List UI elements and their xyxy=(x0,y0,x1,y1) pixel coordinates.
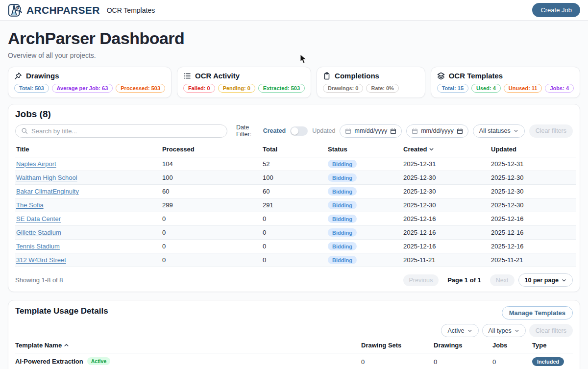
col-template-name[interactable]: Template Name xyxy=(15,342,361,349)
template-table-header: Template Name Drawing Sets Drawings Jobs… xyxy=(15,342,573,353)
card-drawings: Drawings Total: 503 Average per Job: 63 … xyxy=(8,67,172,98)
clear-filters-button[interactable]: Clear filters xyxy=(529,324,573,337)
top-header: P ARCHPARSER OCR Templates Create Job xyxy=(0,0,588,21)
cell-processed: 299 xyxy=(161,198,262,212)
table-row: SE Data Center 0 0 Bidding 2025-12-16 20… xyxy=(15,212,576,226)
cell-processed: 0 xyxy=(161,240,262,253)
card-title: OCR Activity xyxy=(195,72,240,80)
date-filter-created-option[interactable]: Created xyxy=(263,127,286,134)
cell-processed: 100 xyxy=(161,171,262,185)
brand-name: ARCHPARSER xyxy=(26,4,100,16)
next-page-button[interactable]: Next xyxy=(490,274,514,286)
date-to-placeholder: mm/dd/yyyy xyxy=(421,127,454,134)
job-link[interactable]: 312 W43rd Street xyxy=(16,256,66,264)
breadcrumb: OCR Templates xyxy=(107,6,155,14)
search-input[interactable] xyxy=(31,127,221,135)
col-drawings[interactable]: Drawings xyxy=(434,342,492,349)
badge-jobs: Jobs: 4 xyxy=(545,84,574,93)
previous-page-button[interactable]: Previous xyxy=(403,274,439,286)
search-icon xyxy=(21,127,28,134)
badge-drawings: Drawings: 0 xyxy=(323,84,363,93)
cell-created: 2025-11-21 xyxy=(402,253,490,267)
cell-created: 2025-12-30 xyxy=(402,198,490,212)
cell-jobs: 0 xyxy=(492,357,532,366)
badge-failed: Failed: 0 xyxy=(183,84,215,93)
brand[interactable]: P ARCHPARSER xyxy=(8,3,100,18)
template-usage-title: Template Usage Details xyxy=(15,306,108,316)
type-filter-label: All types xyxy=(489,327,512,334)
list-icon xyxy=(183,72,191,80)
date-to-input[interactable]: mm/dd/yyyy xyxy=(406,124,468,138)
table-row: Gillette Stadium 0 0 Bidding 2025-12-16 … xyxy=(15,226,576,240)
cell-processed: 0 xyxy=(161,253,262,267)
jobs-panel: Jobs (8) Date Filter: Created Updated mm… xyxy=(8,104,580,292)
cell-updated: 2025-12-16 xyxy=(490,226,576,240)
status-badge: Bidding xyxy=(328,201,357,209)
badge-average: Average per Job: 63 xyxy=(52,84,113,93)
jobs-title: Jobs (8) xyxy=(15,109,573,120)
card-ocr-activity: OCR Activity Failed: 0 Pending: 0 Extrac… xyxy=(177,67,311,98)
cell-updated: 2025-12-30 xyxy=(490,185,576,198)
cell-processed: 104 xyxy=(161,157,262,171)
col-jobs[interactable]: Jobs xyxy=(492,342,532,349)
job-link[interactable]: Bakar ClimatEnginuity xyxy=(16,188,79,195)
badge-unused: Unused: 11 xyxy=(504,84,542,93)
chevron-down-icon xyxy=(514,328,519,333)
date-from-input[interactable]: mm/dd/yyyy xyxy=(340,124,402,138)
sort-asc-icon xyxy=(64,343,69,348)
cell-total: 60 xyxy=(262,185,327,198)
date-picker-icon[interactable] xyxy=(390,128,396,134)
date-filter-toggle[interactable] xyxy=(290,126,308,136)
col-created[interactable]: Created xyxy=(402,143,490,157)
table-row: Bakar ClimatEnginuity 60 60 Bidding 2025… xyxy=(15,185,576,198)
search-box[interactable] xyxy=(15,124,227,138)
col-total[interactable]: Total xyxy=(262,143,327,157)
col-processed[interactable]: Processed xyxy=(161,143,262,157)
cell-processed: 0 xyxy=(161,226,262,240)
job-link[interactable]: Waltham High School xyxy=(16,174,77,181)
col-status[interactable]: Status xyxy=(327,143,402,157)
per-page-select[interactable]: 10 per page xyxy=(518,273,573,287)
svg-text:P: P xyxy=(17,7,20,10)
col-drawing-sets[interactable]: Drawing Sets xyxy=(361,342,434,349)
sort-desc-icon xyxy=(429,147,434,152)
job-link[interactable]: Gillette Stadium xyxy=(16,229,61,236)
active-filter-select[interactable]: Active xyxy=(441,324,478,337)
create-job-button[interactable]: Create Job xyxy=(532,3,580,17)
col-title[interactable]: Title xyxy=(15,143,161,157)
manage-templates-button[interactable]: Manage Templates xyxy=(502,306,573,320)
template-row: AI-Powered Extraction Active Uses Claude… xyxy=(15,353,573,369)
page-subtitle: Overview of all your projects. xyxy=(8,51,580,59)
badge-extracted: Extracted: 503 xyxy=(258,84,305,93)
dashboard-hero: ArchParser Dashboard Overview of all you… xyxy=(0,21,588,59)
job-link[interactable]: Naples Airport xyxy=(16,160,56,168)
cell-created: 2025-12-16 xyxy=(402,240,490,253)
col-updated[interactable]: Updated xyxy=(490,143,576,157)
status-filter-select[interactable]: All statuses xyxy=(473,124,525,138)
clear-filters-button[interactable]: Clear filters xyxy=(529,124,573,138)
status-badge: Bidding xyxy=(328,187,357,196)
page-title: ArchParser Dashboard xyxy=(8,29,580,48)
calendar-icon xyxy=(412,128,418,134)
cell-total: 0 xyxy=(262,240,327,253)
col-type[interactable]: Type xyxy=(532,342,573,349)
badge-processed: Processed: 503 xyxy=(116,84,165,93)
table-row: 312 W43rd Street 0 0 Bidding 2025-11-21 … xyxy=(15,253,576,267)
cell-drawings: 0 xyxy=(434,357,492,366)
cell-created: 2025-12-16 xyxy=(402,212,490,226)
job-link[interactable]: Tennis Stadium xyxy=(16,243,60,250)
per-page-label: 10 per page xyxy=(525,277,559,284)
date-from-placeholder: mm/dd/yyyy xyxy=(354,127,387,134)
card-title: Drawings xyxy=(26,72,59,80)
cell-drawing-sets: 0 xyxy=(361,357,434,366)
calendar-icon xyxy=(345,128,351,134)
badge-pending: Pending: 0 xyxy=(218,84,255,93)
date-filter-updated-option[interactable]: Updated xyxy=(312,127,335,134)
template-usage-panel: Template Usage Details Manage Templates … xyxy=(8,300,580,369)
date-picker-icon[interactable] xyxy=(457,128,463,134)
cell-updated: 2025-12-31 xyxy=(490,157,576,171)
job-link[interactable]: SE Data Center xyxy=(16,215,61,222)
type-filter-select[interactable]: All types xyxy=(482,324,526,337)
job-link[interactable]: The Sofia xyxy=(16,201,44,209)
template-name[interactable]: AI-Powered Extraction xyxy=(15,358,83,365)
